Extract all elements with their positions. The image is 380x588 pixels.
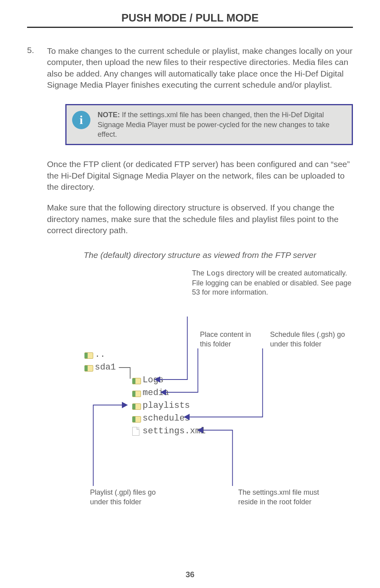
folder-icon <box>84 364 92 371</box>
label-schedules: Schedule files (.gsh) go under this fold… <box>270 330 350 349</box>
diagram-caption: The (default) directory structure as vie… <box>47 250 353 260</box>
directory-diagram: The Logs directory will be created autom… <box>67 269 353 520</box>
tree-logs: Logs <box>132 374 206 387</box>
tree-schedules: schedules <box>132 412 206 425</box>
tree-dotdot: .. <box>84 348 206 361</box>
folder-icon <box>84 352 92 358</box>
step-body: To make changes to the current schedule … <box>47 45 353 520</box>
title-rule <box>27 27 353 28</box>
paragraph-dirstructure: Make sure that the following directory s… <box>47 202 353 236</box>
directory-tree: .. sda1 Logs media <box>84 348 206 438</box>
step-text: To make changes to the current schedule … <box>47 45 353 90</box>
section-title: PUSH MODE / PULL MODE <box>27 12 353 24</box>
folder-icon <box>132 390 140 396</box>
note-text: NOTE: If the settings.xml file has been … <box>98 110 344 139</box>
page-number: 36 <box>0 570 380 579</box>
label-media: Place content in this folder <box>200 330 260 349</box>
folder-icon <box>132 377 140 383</box>
file-icon <box>132 427 139 436</box>
logs-note-code: Logs <box>206 269 225 278</box>
note-label: NOTE: <box>98 111 120 119</box>
logs-note-pre: The <box>192 269 206 277</box>
tree-media-label: media <box>143 387 169 399</box>
tree-playlists: playlists <box>132 399 206 412</box>
page: PUSH MODE / PULL MODE 5. To make changes… <box>0 0 380 588</box>
note-box: i NOTE: If the settings.xml file has bee… <box>65 104 353 145</box>
folder-icon <box>132 415 140 422</box>
note-body: If the settings.xml file has been change… <box>98 111 329 138</box>
tree-logs-label: Logs <box>143 374 164 387</box>
tree-sda1: sda1 <box>84 361 206 374</box>
tree-settings: settings.xml <box>132 425 206 438</box>
tree-settings-label: settings.xml <box>143 425 206 438</box>
tree-playlists-label: playlists <box>143 399 190 412</box>
label-playlist: Playlist (.gpl) files go under this fold… <box>90 488 170 507</box>
tree-sda1-label: sda1 <box>95 361 116 374</box>
label-settings: The settings.xml file must reside in the… <box>238 488 326 507</box>
numbered-step: 5. To make changes to the current schedu… <box>27 45 353 520</box>
info-icon: i <box>72 111 90 129</box>
folder-icon <box>132 403 140 409</box>
tree-media: media <box>132 387 206 399</box>
tree-schedules-label: schedules <box>143 412 190 425</box>
logs-note: The Logs directory will be created autom… <box>192 269 353 297</box>
tree-dotdot-label: .. <box>95 348 105 361</box>
step-number: 5. <box>27 45 47 55</box>
paragraph-ftp: Once the FTP client (or dedicated FTP se… <box>47 159 353 193</box>
